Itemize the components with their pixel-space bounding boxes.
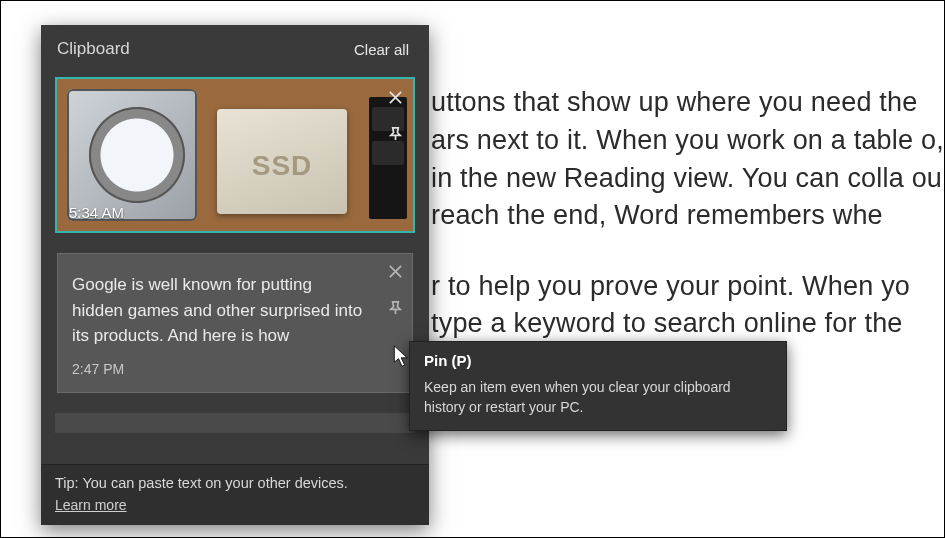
clipboard-item-peek[interactable] xyxy=(55,413,415,433)
clipboard-text-content-box: Google is well known for putting hidden … xyxy=(57,253,413,393)
ssd-graphic: SSD xyxy=(217,109,347,214)
clipboard-tip: Tip: You can paste text on your other de… xyxy=(41,464,429,525)
image-item-timestamp: 5:34 AM xyxy=(69,204,124,221)
pin-icon[interactable] xyxy=(385,123,405,143)
document-paragraph-1: uttons that show up where you need the a… xyxy=(431,84,944,235)
text-item-actions xyxy=(385,261,405,317)
tooltip-title: Pin (P) xyxy=(424,352,772,369)
pin-tooltip: Pin (P) Keep an item even when you clear… xyxy=(409,341,787,431)
clipboard-text-content: Google is well known for putting hidden … xyxy=(72,275,362,345)
pin-icon[interactable] xyxy=(385,297,405,317)
close-icon[interactable] xyxy=(385,87,405,107)
learn-more-link[interactable]: Learn more xyxy=(55,497,127,513)
hdd-platter xyxy=(89,107,185,203)
close-icon[interactable] xyxy=(385,261,405,281)
tooltip-body: Keep an item even when you clear your cl… xyxy=(424,377,772,418)
clipboard-body: SSD 5:34 AM Google is well known for put… xyxy=(41,65,429,464)
text-item-timestamp: 2:47 PM xyxy=(72,359,124,380)
tip-text: Tip: You can paste text on your other de… xyxy=(55,475,415,491)
clear-all-button[interactable]: Clear all xyxy=(354,41,409,58)
clipboard-item-text[interactable]: Google is well known for putting hidden … xyxy=(55,251,415,395)
clipboard-image-preview: SSD 5:34 AM xyxy=(55,77,415,233)
hdd-graphic xyxy=(67,89,197,221)
image-item-actions xyxy=(385,87,405,143)
clipboard-item-image[interactable]: SSD 5:34 AM xyxy=(55,77,415,233)
clipboard-header: Clipboard Clear all xyxy=(41,25,429,65)
clipboard-panel: Clipboard Clear all SSD 5:34 AM xyxy=(41,25,429,525)
clipboard-title: Clipboard xyxy=(57,39,130,59)
